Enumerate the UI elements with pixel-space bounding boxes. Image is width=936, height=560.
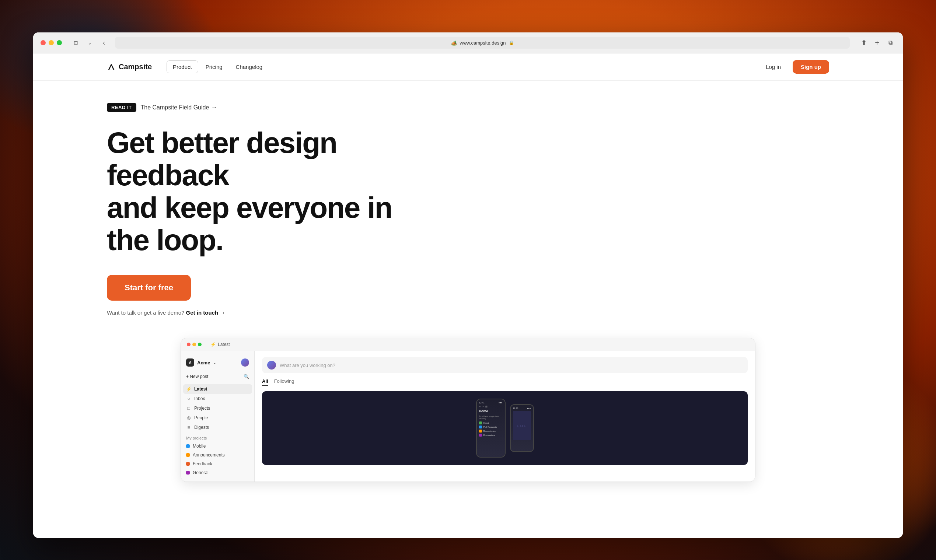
nav-pricing[interactable]: Pricing (200, 61, 228, 73)
lightning-icon: ⚡ (211, 342, 216, 347)
post-card: 12:41 ●●● ← → ⊟ Home TrueView single ite… (262, 391, 748, 465)
phone-mockup: 12:41 ●●● ← → ⊟ Home TrueView single ite… (469, 391, 541, 465)
maximize-button[interactable] (57, 40, 62, 45)
phone-status-bar: 12:41 ●●● (479, 402, 503, 404)
app-tab-latest[interactable]: ⚡ Latest (211, 342, 230, 347)
phone-status-bar-2: 12:41 ●●● (513, 407, 531, 409)
minimize-button[interactable] (49, 40, 54, 45)
sidebar-item-digests[interactable]: ≡ Digests (181, 423, 254, 432)
nav-product[interactable]: Product (166, 60, 198, 73)
list-text-2: Pull Requests (483, 426, 497, 428)
back-button[interactable]: ‹ (99, 38, 109, 48)
sidebar-project-general[interactable]: General (181, 468, 254, 477)
start-free-button[interactable]: Start for free (107, 275, 191, 301)
arrow-icon: → (211, 104, 217, 111)
new-post-button[interactable]: + New post (186, 374, 208, 379)
post-user-avatar (267, 361, 276, 369)
sidebar-project-mobile[interactable]: Mobile (181, 442, 254, 451)
my-projects-label: My projects (181, 432, 254, 442)
nav-actions: Log in Sign up (760, 60, 829, 74)
sidebar-toggle-button[interactable]: ⊡ (71, 38, 81, 48)
people-icon: ◎ (186, 415, 191, 420)
lightning-icon: ⚡ (186, 386, 191, 392)
phone-list-item-1: Heart (479, 422, 503, 425)
tab-following[interactable]: Following (274, 378, 294, 386)
share-button[interactable]: ⬆ (859, 38, 869, 48)
logo-text: Campsite (119, 63, 152, 71)
lock-icon: 🔒 (509, 40, 514, 45)
list-dot-2 (479, 426, 482, 428)
arrow-icon: → (220, 309, 225, 316)
post-placeholder: What are you working on? (280, 363, 336, 368)
list-text-4: Discussions (483, 434, 495, 436)
signup-button[interactable]: Sign up (793, 60, 829, 74)
tab-all[interactable]: All (262, 378, 268, 386)
phone-screen-2: 12:41 ●●● ◻ ◻ ◻ (511, 405, 533, 451)
project-dot-feedback (186, 462, 190, 466)
nav-changelog[interactable]: Changelog (230, 61, 269, 73)
sidebar-item-people[interactable]: ◎ People (181, 413, 254, 423)
sidebar-item-latest[interactable]: ⚡ Latest (183, 384, 252, 394)
list-dot-4 (479, 434, 482, 437)
browser-controls: ⊡ ⌄ ‹ (71, 38, 109, 48)
website-content: Campsite Product Pricing Changelog Log i… (33, 54, 903, 538)
browser-actions: ⬆ + ⧉ (859, 38, 896, 48)
read-badge-link[interactable]: READ IT The Campsite Field Guide → (107, 103, 217, 112)
read-tag: READ IT (107, 103, 136, 112)
new-tab-button[interactable]: + (872, 38, 882, 48)
phone-list-item-3: Repositories (479, 429, 503, 432)
phone-screen-1: 12:41 ●●● ← → ⊟ Home TrueView single ite… (477, 399, 505, 457)
phone-content-2: ◻ ◻ ◻ (513, 411, 531, 440)
copy-button[interactable]: ⧉ (885, 38, 896, 48)
browser-window: ⊡ ⌄ ‹ 🏕️ www.campsite.design 🔒 ⬆ + ⧉ Cam… (33, 32, 903, 538)
phone-nav: ← → ⊟ (479, 405, 503, 408)
traffic-lights (40, 40, 62, 45)
app-chrome: ⚡ Latest A Acme ⌄ (181, 338, 755, 482)
list-text-3: Repositories (483, 430, 496, 432)
browser-chrome: ⊡ ⌄ ‹ 🏕️ www.campsite.design 🔒 ⬆ + ⧉ (33, 32, 903, 54)
search-icon[interactable]: 🔍 (243, 374, 249, 379)
login-button[interactable]: Log in (760, 61, 787, 73)
app-preview: ⚡ Latest A Acme ⌄ (180, 338, 756, 482)
phone-content-title: Home (479, 409, 503, 413)
app-close-button[interactable] (187, 343, 191, 346)
logo-link[interactable]: Campsite (107, 63, 152, 71)
workspace-avatar: A (186, 358, 194, 366)
sidebar-project-announcements[interactable]: Announcements (181, 451, 254, 459)
logo-icon (107, 63, 116, 71)
chevron-down-icon: ⌄ (213, 361, 216, 365)
nav-links: Product Pricing Changelog (166, 60, 268, 73)
new-post-bar: + New post 🔍 (181, 372, 254, 381)
projects-icon: □ (186, 406, 191, 411)
sidebar-project-feedback[interactable]: Feedback (181, 459, 254, 468)
address-bar[interactable]: 🏕️ www.campsite.design 🔒 (115, 37, 850, 49)
project-dot-announcements (186, 453, 190, 457)
phone-list-item-4: Discussions (479, 434, 503, 437)
app-maximize-button[interactable] (198, 343, 202, 346)
phone-list-item-2: Pull Requests (479, 426, 503, 428)
post-input-bar[interactable]: What are you working on? (262, 357, 748, 373)
app-titlebar: ⚡ Latest (181, 338, 755, 351)
demo-text: Want to talk or get a live demo? Get in … (107, 309, 829, 316)
sidebar-item-inbox[interactable]: ○ Inbox (181, 394, 254, 403)
sidebar-header: A Acme ⌄ (181, 355, 254, 369)
url-text: www.campsite.design (460, 40, 506, 46)
app-content: A Acme ⌄ + New post 🔍 (181, 351, 755, 482)
sidebar-workspace[interactable]: A Acme ⌄ (186, 358, 216, 366)
close-button[interactable] (40, 40, 46, 45)
user-avatar[interactable] (241, 358, 249, 366)
sidebar-item-projects[interactable]: □ Projects (181, 403, 254, 413)
app-minimize-button[interactable] (192, 343, 196, 346)
project-dot-mobile (186, 444, 190, 448)
list-dot-1 (479, 422, 482, 425)
hero-section: READ IT The Campsite Field Guide → Get b… (33, 81, 903, 497)
app-traffic-lights (187, 343, 202, 346)
feed-tabs: All Following (262, 378, 748, 386)
app-main-content: What are you working on? All Following (255, 351, 755, 482)
hero-title: Get better design feedback and keep ever… (107, 127, 439, 257)
list-dot-3 (479, 429, 482, 432)
read-badge-text: The Campsite Field Guide → (141, 104, 217, 111)
get-in-touch-link[interactable]: Get in touch → (186, 309, 226, 316)
digests-icon: ≡ (186, 425, 191, 430)
favicon-icon: 🏕️ (451, 40, 457, 46)
